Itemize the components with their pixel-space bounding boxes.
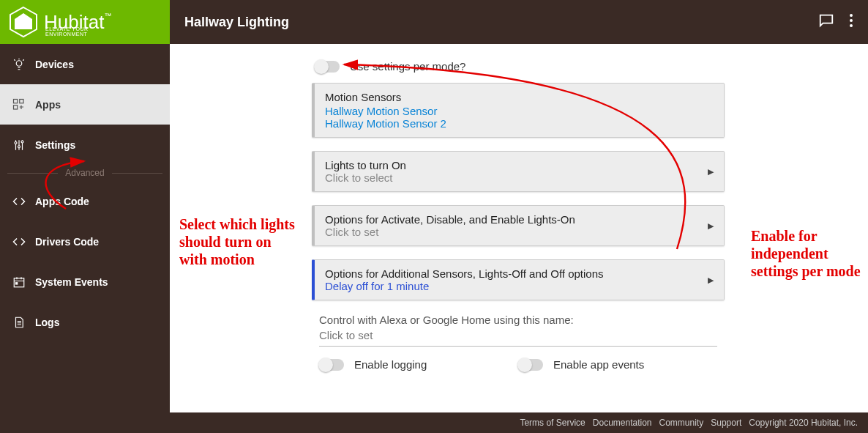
sidebar-item-label: Devices (35, 59, 74, 70)
svg-point-2 (850, 14, 853, 17)
svg-point-10 (18, 145, 20, 147)
sidebar-item-label: Apps Code (35, 196, 89, 207)
sidebar: Devices Apps Settings Advanced Apps Code… (0, 44, 170, 412)
per-mode-toggle-row: Use settings per mode? (302, 57, 735, 83)
apps-icon (10, 98, 28, 111)
enable-logging-label: Enable logging (354, 358, 427, 371)
options-activate-card[interactable]: Options for Activate, Disable, and Enabl… (312, 205, 725, 246)
footer: Terms of Service Documentation Community… (0, 412, 868, 433)
enable-logging-row: Enable logging (319, 358, 518, 371)
sidebar-item-apps-code[interactable]: Apps Code (0, 181, 170, 221)
voice-name-input[interactable] (319, 327, 717, 347)
footer-link[interactable]: Support (711, 418, 741, 428)
code-icon (10, 195, 28, 208)
sidebar-item-apps[interactable]: Apps (0, 84, 170, 125)
enable-logging-toggle[interactable] (319, 359, 344, 371)
card-subtext: Click to set (325, 226, 714, 238)
sliders-icon (10, 138, 28, 152)
sidebar-item-label: Apps (35, 99, 61, 111)
svg-point-3 (850, 19, 853, 22)
svg-rect-6 (14, 99, 18, 103)
svg-marker-1 (15, 13, 32, 29)
brand-logo: Hubitat™ ELEVATE YOUR ENVIRONMENT (0, 0, 170, 44)
card-title: Motion Sensors (325, 91, 714, 103)
chevron-right-icon: ▶ (708, 221, 714, 231)
chat-icon[interactable] (818, 12, 834, 32)
card-title: Lights to turn On (325, 159, 714, 171)
per-mode-label: Use settings per mode? (350, 60, 465, 73)
brand-tagline: ELEVATE YOUR ENVIRONMENT (45, 26, 111, 37)
enable-events-label: Enable app events (553, 358, 644, 371)
card-value: Delay off for 1 minute (325, 280, 714, 292)
svg-point-4 (850, 24, 853, 27)
content-panel: Use settings per mode? Motion Sensors Ha… (302, 44, 735, 412)
card-title: Options for Activate, Disable, and Enabl… (325, 213, 714, 226)
svg-point-11 (21, 141, 23, 143)
sidebar-item-label: System Events (35, 276, 108, 288)
footer-link[interactable]: Community (659, 418, 704, 428)
additional-options-card[interactable]: Options for Additional Sensors, Lights-O… (312, 259, 725, 300)
footer-copyright: Copyright 2020 Hubitat, Inc. (749, 418, 858, 428)
brand-name: Hubitat™ ELEVATE YOUR ENVIRONMENT (44, 12, 111, 32)
sidebar-divider: Advanced (0, 165, 170, 181)
enable-events-row: Enable app events (518, 358, 717, 371)
sidebar-item-system-events[interactable]: System Events (0, 262, 170, 302)
svg-rect-13 (16, 282, 18, 284)
main-area: Use settings per mode? Motion Sensors Ha… (170, 44, 868, 412)
svg-rect-8 (14, 105, 18, 108)
sidebar-item-label: Drivers Code (35, 236, 99, 248)
sidebar-item-label: Logs (35, 317, 59, 328)
sidebar-item-label: Settings (35, 139, 75, 151)
chevron-right-icon: ▶ (708, 167, 714, 177)
sensor-item: Hallway Motion Sensor 2 (325, 117, 714, 130)
sidebar-item-settings[interactable]: Settings (0, 125, 170, 165)
enable-events-toggle[interactable] (518, 359, 543, 371)
svg-point-9 (15, 141, 17, 144)
app-header: Hubitat™ ELEVATE YOUR ENVIRONMENT Hallwa… (0, 0, 868, 44)
per-mode-toggle[interactable] (315, 61, 340, 73)
field-label: Control with Alexa or Google Home using … (319, 314, 717, 326)
doc-icon (10, 316, 28, 329)
svg-point-5 (16, 60, 22, 66)
footer-link[interactable]: Documentation (593, 418, 652, 428)
sidebar-item-devices[interactable]: Devices (0, 44, 170, 84)
sensor-item: Hallway Motion Sensor (325, 105, 714, 117)
sidebar-item-drivers-code[interactable]: Drivers Code (0, 221, 170, 262)
svg-rect-7 (20, 99, 23, 103)
card-title: Options for Additional Sensors, Lights-O… (325, 267, 714, 280)
sidebar-item-logs[interactable]: Logs (0, 302, 170, 342)
bulb-icon (10, 58, 28, 71)
brand-hex-icon (7, 6, 40, 38)
voice-name-field: Control with Alexa or Google Home using … (302, 314, 735, 352)
menu-dots-icon[interactable] (849, 13, 853, 31)
motion-sensors-card[interactable]: Motion Sensors Hallway Motion Sensor Hal… (312, 83, 725, 138)
footer-link[interactable]: Terms of Service (520, 418, 585, 428)
code-icon (10, 235, 28, 248)
lights-to-turn-on-card[interactable]: Lights to turn On Click to select ▶ (312, 151, 725, 192)
card-subtext: Click to select (325, 171, 714, 184)
page-title: Hallway Lighting (184, 15, 289, 30)
chevron-right-icon: ▶ (708, 275, 714, 285)
calendar-icon (10, 275, 28, 289)
